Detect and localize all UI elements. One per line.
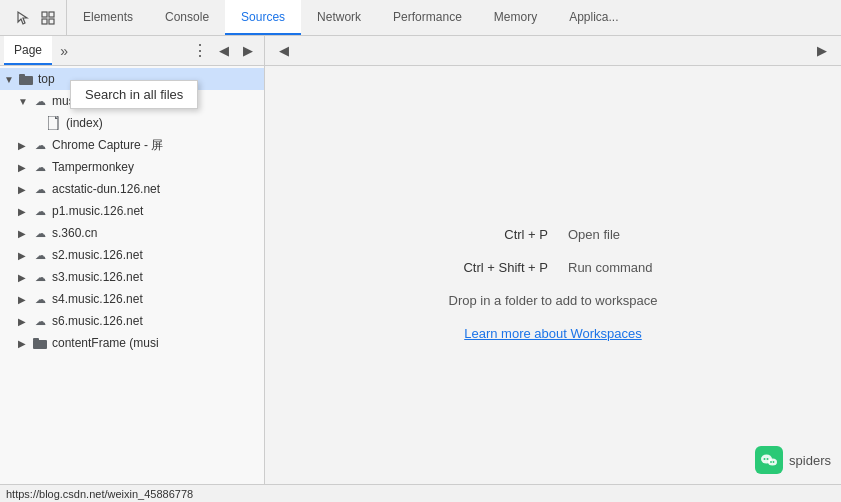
- cloud-icon-3: ☁: [32, 159, 48, 175]
- arrow-right-5: ▶: [18, 228, 32, 239]
- shortcut-key-1: Ctrl + P: [418, 227, 548, 242]
- tree-item-p1[interactable]: ▶ ☁ p1.music.126.net: [0, 200, 264, 222]
- file-icon-1: [46, 115, 62, 131]
- tree-item-s6[interactable]: ▶ ☁ s6.music.126.net: [0, 310, 264, 332]
- folder-icon-2: [32, 335, 48, 351]
- shortcut-desc-1: Open file: [568, 227, 688, 242]
- tab-memory[interactable]: Memory: [478, 0, 553, 35]
- svg-point-14: [773, 461, 775, 463]
- tree-label-s4: s4.music.126.net: [52, 292, 143, 306]
- workspace-link[interactable]: Learn more about Workspaces: [464, 326, 642, 341]
- arrow-down-icon: ▼: [4, 74, 18, 85]
- arrow-right-2: ▶: [18, 162, 32, 173]
- tab-sources[interactable]: Sources: [225, 0, 301, 35]
- svg-rect-3: [49, 19, 54, 24]
- svg-rect-1: [49, 12, 54, 17]
- cloud-icon-5: ☁: [32, 203, 48, 219]
- file-tree: ▼ top Search in all files ▼ ☁ music.163.…: [0, 66, 264, 502]
- tab-bar: Elements Console Sources Network Perform…: [0, 0, 841, 36]
- folder-icon: [18, 71, 34, 87]
- cloud-icon-6: ☁: [32, 225, 48, 241]
- drop-zone-text: Drop in a folder to add to workspace: [449, 293, 658, 308]
- sub-tab-dots[interactable]: ⋮: [188, 39, 212, 63]
- tree-label-index: (index): [66, 116, 103, 130]
- cursor-icon[interactable]: [12, 8, 32, 28]
- tree-item-s2[interactable]: ▶ ☁ s2.music.126.net: [0, 244, 264, 266]
- svg-rect-2: [42, 19, 47, 24]
- right-toolbar: ◀ ▶: [265, 36, 841, 66]
- arrow-right-1: ▶: [18, 140, 32, 151]
- svg-rect-0: [42, 12, 47, 17]
- tab-elements[interactable]: Elements: [67, 0, 149, 35]
- subtab-more[interactable]: »: [52, 39, 76, 63]
- main-layout: Page » ⋮ ◀ ▶ ▼ top Search i: [0, 36, 841, 502]
- tab-performance[interactable]: Performance: [377, 0, 478, 35]
- tree-label-s3: s3.music.126.net: [52, 270, 143, 284]
- cloud-icon-4: ☁: [32, 181, 48, 197]
- tree-item-s3[interactable]: ▶ ☁ s3.music.126.net: [0, 266, 264, 288]
- svg-point-12: [768, 459, 777, 466]
- tree-item-index[interactable]: ▶ (index): [0, 112, 264, 134]
- cloud-icon-10: ☁: [32, 313, 48, 329]
- watermark-text: spiders: [789, 453, 831, 468]
- arrow-down-icon-2: ▼: [18, 96, 32, 107]
- right-panel: ◀ ▶ Ctrl + P Open file Ctrl + Shift + P …: [265, 36, 841, 502]
- tree-item-s4[interactable]: ▶ ☁ s4.music.126.net: [0, 288, 264, 310]
- search-tooltip-text: Search in all files: [85, 87, 183, 102]
- arrow-right-7: ▶: [18, 272, 32, 283]
- main-tabs: Elements Console Sources Network Perform…: [67, 0, 635, 35]
- nav-back-btn[interactable]: ◀: [273, 40, 295, 62]
- nav-right-btn[interactable]: ▶: [236, 39, 260, 63]
- cloud-icon-7: ☁: [32, 247, 48, 263]
- url-bar: https://blog.csdn.net/weixin_45886778: [0, 484, 841, 502]
- watermark: spiders: [755, 446, 831, 474]
- cloud-icon-1: ☁: [32, 93, 48, 109]
- left-panel: Page » ⋮ ◀ ▶ ▼ top Search i: [0, 36, 265, 502]
- svg-rect-5: [19, 74, 25, 77]
- svg-point-11: [767, 458, 769, 460]
- tree-label-contentframe: contentFrame (musi: [52, 336, 159, 350]
- inspect-icon[interactable]: [38, 8, 58, 28]
- shortcut-row-1: Ctrl + P Open file: [418, 227, 688, 242]
- search-tooltip: Search in all files: [70, 80, 198, 109]
- arrow-right-6: ▶: [18, 250, 32, 261]
- tree-label-top: top: [38, 72, 55, 86]
- cloud-icon-2: ☁: [32, 137, 48, 153]
- right-toolbar-right: ▶: [811, 40, 833, 62]
- svg-rect-8: [33, 338, 39, 341]
- cloud-icon-8: ☁: [32, 269, 48, 285]
- arrow-right-4: ▶: [18, 206, 32, 217]
- right-toolbar-left: ◀: [273, 40, 811, 62]
- tree-label-s2: s2.music.126.net: [52, 248, 143, 262]
- tab-icon-group: [4, 0, 67, 35]
- tree-label-tampermonkey: Tampermonkey: [52, 160, 134, 174]
- tree-item-acstatic[interactable]: ▶ ☁ acstatic-dun.126.net: [0, 178, 264, 200]
- svg-point-13: [770, 461, 772, 463]
- subtab-page[interactable]: Page: [4, 36, 52, 65]
- wechat-icon: [755, 446, 783, 474]
- svg-point-10: [764, 458, 766, 460]
- shortcut-desc-2: Run command: [568, 260, 688, 275]
- arrow-right-9: ▶: [18, 316, 32, 327]
- tree-item-s360[interactable]: ▶ ☁ s.360.cn: [0, 222, 264, 244]
- shortcut-row-2: Ctrl + Shift + P Run command: [418, 260, 688, 275]
- right-content: Ctrl + P Open file Ctrl + Shift + P Run …: [265, 66, 841, 502]
- tree-item-chrome-capture[interactable]: ▶ ☁ Chrome Capture - 屏: [0, 134, 264, 156]
- tree-label-p1: p1.music.126.net: [52, 204, 143, 218]
- tree-item-contentframe[interactable]: ▶ contentFrame (musi: [0, 332, 264, 354]
- arrow-right-10: ▶: [18, 338, 32, 349]
- tab-application[interactable]: Applica...: [553, 0, 634, 35]
- tab-network[interactable]: Network: [301, 0, 377, 35]
- arrow-right-8: ▶: [18, 294, 32, 305]
- url-text: https://blog.csdn.net/weixin_45886778: [6, 488, 193, 500]
- tree-item-tampermonkey[interactable]: ▶ ☁ Tampermonkey: [0, 156, 264, 178]
- nav-fwd-btn[interactable]: ▶: [811, 40, 833, 62]
- svg-rect-7: [33, 340, 47, 349]
- nav-left-btn[interactable]: ◀: [212, 39, 236, 63]
- tree-label-s6: s6.music.126.net: [52, 314, 143, 328]
- shortcut-key-2: Ctrl + Shift + P: [418, 260, 548, 275]
- sub-tab-bar: Page » ⋮ ◀ ▶: [0, 36, 264, 66]
- tab-console[interactable]: Console: [149, 0, 225, 35]
- cloud-icon-9: ☁: [32, 291, 48, 307]
- tree-label-acstatic: acstatic-dun.126.net: [52, 182, 160, 196]
